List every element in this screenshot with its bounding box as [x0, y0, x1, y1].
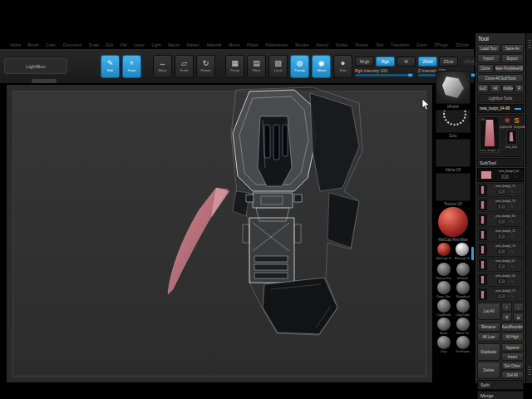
persp-button[interactable]: ▦ Persp — [225, 55, 244, 78]
subtool-row[interactable]: zeta_body4_07 ◦✎ — [477, 258, 524, 272]
scale-mode-button[interactable]: ▱ Scale — [175, 55, 194, 78]
menu-item-texture[interactable]: Texture — [355, 42, 368, 47]
current-tool-thumbnail[interactable]: 89 zeta_body4_04 — [480, 116, 500, 153]
transp-button[interactable]: ◍ Transp — [290, 55, 309, 78]
goz-r-button[interactable]: R — [515, 84, 524, 93]
alpha-selector[interactable] — [436, 139, 470, 167]
visibility-eye-icon[interactable] — [497, 234, 506, 239]
visibility-eye-icon[interactable] — [497, 219, 506, 224]
menu-item-draw[interactable]: Draw — [89, 42, 99, 47]
menu-item-zoom[interactable]: Zoom — [416, 42, 427, 47]
move-mode-button[interactable]: ↔ Move — [153, 55, 172, 78]
menu-item-color[interactable]: Color — [46, 42, 56, 47]
menu-item-stencil[interactable]: Stencil — [316, 42, 328, 47]
subtool-row[interactable]: zeta_body4_06 ◦✎ — [477, 273, 524, 287]
lightbox-button[interactable]: LightBox — [4, 58, 67, 74]
menu-item-stroke[interactable]: Stroke — [336, 42, 347, 47]
material-selector[interactable] — [438, 207, 468, 237]
rename-button[interactable]: Rename — [477, 323, 500, 332]
menu-item-zscript[interactable]: ZScript — [456, 42, 469, 47]
quick-brush[interactable]: ClayTube — [454, 299, 471, 317]
menu-item-render[interactable]: Render — [295, 42, 308, 47]
subtool-brush-icon[interactable]: ✎ — [511, 265, 514, 268]
section-split[interactable]: Split — [477, 380, 524, 390]
menu-item-light[interactable]: Light — [151, 42, 160, 47]
visibility-eye-icon[interactable] — [497, 264, 506, 269]
clone-all-subtools-button[interactable]: Clone All SubTools — [477, 74, 524, 83]
document-canvas[interactable] — [7, 85, 432, 382]
edit-mode-button[interactable]: ✎ Edit — [101, 55, 120, 78]
del-other-button[interactable]: Del Other — [501, 362, 524, 370]
mrgb-button[interactable]: Mrgb — [355, 57, 374, 66]
menu-item-edit[interactable]: Edit — [106, 42, 113, 47]
subtool-brush-icon[interactable]: ✎ — [511, 250, 514, 254]
subtool-brush-icon[interactable]: ✎ — [511, 280, 514, 283]
visibility-eye-icon[interactable] — [497, 204, 506, 209]
menu-item-brush[interactable]: Brush — [27, 42, 38, 47]
delete-button[interactable]: Delete — [477, 362, 500, 379]
quick-brush[interactable]: Move — [435, 318, 452, 335]
menu-item-preferences[interactable]: Preferences — [266, 42, 288, 47]
polypaint-icon[interactable]: ◦ — [508, 280, 509, 283]
goz-button[interactable]: GoZ — [477, 84, 489, 93]
polypaint-icon[interactable]: ◦ — [508, 250, 509, 254]
menu-item-tool[interactable]: Tool — [376, 42, 383, 47]
append-button[interactable]: Append — [501, 343, 524, 352]
quick-brush[interactable]: Move To — [454, 318, 471, 335]
visibility-eye-icon[interactable] — [497, 278, 506, 284]
subtool-brush-icon[interactable]: ✎ — [515, 175, 517, 179]
polypaint-icon[interactable]: ◦ — [508, 220, 509, 224]
subtool-row[interactable]: zeta_body4_71 ◦✎ — [477, 288, 524, 302]
subtool-row[interactable]: zeta_body4_73 ◦✎ — [477, 198, 524, 212]
goz-visible-button[interactable]: Visible — [502, 84, 514, 93]
menu-item-movie[interactable]: Movie — [229, 42, 239, 47]
menu-item-zplugin[interactable]: ZPlugin — [434, 42, 448, 47]
quick-brush[interactable]: Dam_Sta — [435, 281, 452, 298]
menu-item-file[interactable]: File — [121, 42, 127, 47]
menu-item-layer[interactable]: Layer — [134, 42, 145, 47]
matcap-red-thumbnail[interactable] — [437, 243, 451, 256]
duplicate-button[interactable]: Duplicate — [477, 343, 500, 361]
polypaint-icon[interactable]: ◦ — [508, 235, 509, 239]
rgb-button[interactable]: Rgb — [376, 57, 395, 66]
m-button[interactable]: M — [397, 57, 416, 66]
rotate-mode-button[interactable]: ↻ Rotate — [196, 55, 215, 78]
menu-item-material[interactable]: Material — [207, 42, 222, 47]
scroll-grip-top[interactable] — [528, 40, 531, 48]
subtool-top-button[interactable]: ⇈ — [501, 313, 512, 322]
visibility-eye-icon[interactable] — [497, 189, 506, 195]
subtool-brush-icon[interactable]: ✎ — [511, 295, 514, 298]
floor-button[interactable]: ▤ Floor — [247, 55, 266, 78]
polymesh3d-star-icon[interactable]: ★ — [504, 116, 511, 125]
solo-button[interactable]: ● Solo — [333, 55, 352, 78]
panel-scroll-indicator[interactable] — [471, 247, 474, 260]
lightbox-pull-tab[interactable] — [32, 79, 57, 83]
autoreorder-button[interactable]: AutoReorder — [501, 323, 525, 332]
save-as-button[interactable]: Save As — [501, 44, 525, 53]
list-all-button[interactable]: List All — [477, 303, 500, 320]
subtool-row[interactable]: zeta_body4_70 ◦✎ — [477, 183, 524, 197]
all-low-button[interactable]: All Low — [477, 332, 500, 342]
quick-brush[interactable]: Standard — [454, 281, 471, 298]
visibility-eye-icon[interactable] — [497, 293, 506, 299]
recent-tool-thumbnail[interactable] — [506, 130, 517, 145]
simple-brush-icon[interactable]: S — [514, 117, 519, 125]
scroll-grip-bottom[interactable] — [528, 367, 531, 375]
quick-brush[interactable]: ClayBuild — [435, 299, 452, 317]
texture-selector[interactable] — [436, 173, 470, 201]
subtool-row[interactable]: zeta_body4_73 ◦✎ — [477, 243, 524, 257]
subtool-row[interactable]: zeta_body4_63 ◦✎ — [477, 213, 524, 227]
polypaint-icon[interactable]: ◦ — [511, 175, 512, 179]
all-high-button[interactable]: All High — [501, 332, 525, 342]
clone-button[interactable]: Clone — [477, 64, 494, 73]
subtool-up-button[interactable]: ↑ — [501, 303, 512, 312]
subtool-row-selected[interactable]: zeta_body4_04 ◦✎ — [477, 168, 524, 182]
menu-item-transform[interactable]: Transform — [391, 42, 410, 47]
load-tool-button[interactable]: Load Tool — [477, 44, 500, 53]
subtool-section-header[interactable]: SubTool — [477, 158, 524, 167]
goz-all-button[interactable]: All — [490, 84, 501, 93]
current-brush-thumbnail[interactable] — [436, 71, 470, 104]
polypaint-icon[interactable]: ◦ — [508, 295, 509, 298]
del-all-button[interactable]: Del All — [501, 371, 524, 379]
draw-mode-button[interactable]: + Draw — [122, 55, 141, 78]
